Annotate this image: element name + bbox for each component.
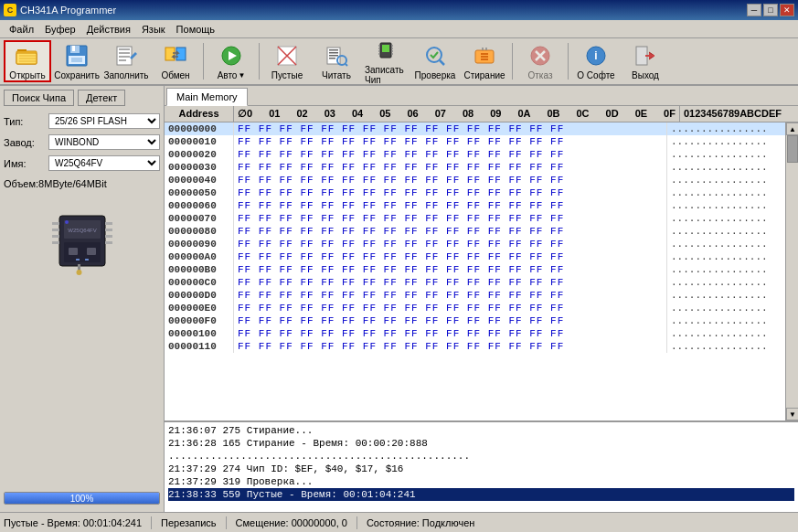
svg-rect-66 — [76, 259, 80, 261]
hex-row[interactable]: 00000080 FF FF FF FF FF FF FF FF FF FF F… — [165, 225, 785, 238]
maximize-button[interactable]: □ — [763, 4, 778, 16]
hex-row-ascii: ................ — [666, 161, 785, 174]
svg-point-69 — [76, 270, 81, 275]
hex-row[interactable]: 00000030 FF FF FF FF FF FF FF FF FF FF F… — [165, 161, 785, 174]
hex-row-ascii: ................ — [666, 302, 785, 314]
tab-bar: Main Memory — [165, 86, 798, 106]
toolbar-exit[interactable]: Выход — [622, 40, 669, 82]
toolbar-erase[interactable]: Стирание — [461, 40, 508, 82]
svg-rect-10 — [71, 58, 82, 62]
scroll-thumb[interactable] — [787, 135, 798, 163]
toolbar-exit-label: Выход — [632, 70, 659, 80]
hex-row[interactable]: 00000090 FF FF FF FF FF FF FF FF FF FF F… — [165, 238, 785, 250]
hex-row-bytes: FF FF FF FF FF FF FF FF FF FF FF FF FF F… — [234, 238, 666, 250]
hex-row-bytes: FF FF FF FF FF FF FF FF FF FF FF FF FF F… — [234, 212, 666, 225]
hex-row-addr: 00000040 — [165, 174, 234, 186]
open-icon — [15, 43, 40, 69]
log-line[interactable]: 21:37:29 319 Проверка... — [168, 475, 794, 488]
hex-row-addr: 00000010 — [165, 135, 234, 148]
detect-button[interactable]: Детект — [78, 90, 125, 106]
name-select[interactable]: W25Q64FV — [48, 155, 160, 171]
toolbar-fill[interactable]: Заполнить — [102, 40, 150, 82]
log-line[interactable]: ........................................… — [168, 450, 794, 463]
factory-select[interactable]: WINBOND — [48, 134, 160, 150]
toolbar-read-label: Читать — [322, 70, 351, 80]
hex-row-bytes: FF FF FF FF FF FF FF FF FF FF FF FF FF F… — [234, 327, 666, 340]
hex-col-9: 09 — [490, 108, 501, 120]
tab-main-memory[interactable]: Main Memory — [166, 88, 248, 106]
hex-row[interactable]: 00000000 FF FF FF FF FF FF FF FF FF FF F… — [165, 122, 785, 135]
toolbar-empty[interactable]: Пустые — [263, 40, 311, 82]
hex-scrollbar[interactable]: ▲ ▼ — [785, 122, 798, 420]
hex-row[interactable]: 00000110 FF FF FF FF FF FF FF FF FF FF F… — [165, 340, 785, 353]
toolbar-exchange[interactable]: Обмен — [152, 40, 199, 82]
scroll-track — [786, 135, 798, 408]
toolbar-about[interactable]: i О Софте — [572, 40, 620, 82]
menu-language[interactable]: Язык — [136, 22, 171, 37]
hex-row[interactable]: 00000070 FF FF FF FF FF FF FF FF FF FF F… — [165, 212, 785, 225]
svg-rect-17 — [165, 48, 175, 60]
hex-row[interactable]: 00000010 FF FF FF FF FF FF FF FF FF FF F… — [165, 135, 785, 148]
log-line[interactable]: 21:37:29 274 Чип ID: $EF, $40, $17, $16 — [168, 463, 794, 475]
hex-row-addr: 00000090 — [165, 238, 234, 250]
search-chip-button[interactable]: Поиск Чипа — [4, 90, 74, 106]
hex-row-bytes: FF FF FF FF FF FF FF FF FF FF FF FF FF F… — [234, 340, 666, 353]
menu-help[interactable]: Помощь — [171, 22, 221, 37]
hex-row[interactable]: 000000D0 FF FF FF FF FF FF FF FF FF FF F… — [165, 289, 785, 302]
log-line[interactable]: 21:36:07 275 Стирание... — [168, 424, 794, 437]
toolbar-cancel[interactable]: Отказ — [516, 40, 564, 82]
log-area[interactable]: 21:36:07 275 Стирание...21:36:28 165 Сти… — [165, 420, 798, 512]
hex-col-b: 0B — [547, 108, 559, 120]
toolbar-read[interactable]: Читать — [313, 40, 360, 82]
scroll-up-button[interactable]: ▲ — [786, 122, 798, 135]
hex-row[interactable]: 00000060 FF FF FF FF FF FF FF FF FF FF F… — [165, 199, 785, 212]
title-buttons: ─ □ ✕ — [747, 4, 794, 16]
auto-icon — [218, 43, 244, 69]
app-icon: C — [4, 4, 16, 16]
toolbar-open[interactable]: Открыть — [4, 40, 51, 82]
toolbar-auto[interactable]: Авто ▼ — [207, 40, 255, 82]
svg-rect-58 — [52, 241, 59, 244]
hex-with-scroll: 00000000 FF FF FF FF FF FF FF FF FF FF F… — [165, 122, 798, 420]
menu-buffer[interactable]: Буфер — [39, 22, 81, 37]
hex-col-0: ∅0 — [238, 108, 252, 120]
toolbar-about-label: О Софте — [577, 70, 614, 80]
hex-row-ascii: ................ — [666, 289, 785, 302]
svg-rect-12 — [119, 48, 130, 50]
hex-row[interactable]: 00000050 FF FF FF FF FF FF FF FF FF FF F… — [165, 186, 785, 199]
hex-row-ascii: ................ — [666, 340, 785, 353]
svg-line-28 — [346, 64, 347, 66]
save-icon — [64, 43, 90, 69]
hex-bytes-header: ∅0 01 02 03 04 05 06 07 08 09 0A 0B 0C 0… — [234, 106, 679, 122]
log-line[interactable]: 21:38:33 559 Пустые - Время: 00:01:04:24… — [168, 488, 794, 501]
hex-row-addr: 00000110 — [165, 340, 234, 353]
hex-body[interactable]: 00000000 FF FF FF FF FF FF FF FF FF FF F… — [165, 122, 785, 420]
minimize-button[interactable]: ─ — [747, 4, 761, 16]
hex-row[interactable]: 000000C0 FF FF FF FF FF FF FF FF FF FF F… — [165, 276, 785, 289]
hex-row[interactable]: 00000040 FF FF FF FF FF FF FF FF FF FF F… — [165, 174, 785, 186]
type-select[interactable]: 25/26 SPI FLASH — [48, 113, 160, 129]
hex-row[interactable]: 000000B0 FF FF FF FF FF FF FF FF FF FF F… — [165, 263, 785, 276]
hex-row[interactable]: 00000100 FF FF FF FF FF FF FF FF FF FF F… — [165, 327, 785, 340]
hex-row[interactable]: 00000020 FF FF FF FF FF FF FF FF FF FF F… — [165, 148, 785, 161]
scroll-down-button[interactable]: ▼ — [786, 408, 798, 420]
window-title: CH341A Programmer — [20, 5, 116, 16]
hex-row[interactable]: 000000F0 FF FF FF FF FF FF FF FF FF FF F… — [165, 314, 785, 327]
toolbar-cancel-label: Отказ — [528, 70, 553, 80]
hex-col-3: 03 — [325, 108, 335, 120]
hex-row-addr: 00000020 — [165, 148, 234, 161]
menu-actions[interactable]: Действия — [81, 22, 136, 37]
menu-file[interactable]: Файл — [4, 22, 39, 37]
hex-row-ascii: ................ — [666, 327, 785, 340]
log-line[interactable]: 21:36:28 165 Стирание - Время: 00:00:20:… — [168, 437, 794, 450]
hex-row[interactable]: 000000A0 FF FF FF FF FF FF FF FF FF FF F… — [165, 250, 785, 263]
close-button[interactable]: ✕ — [780, 4, 794, 16]
hex-row[interactable]: 000000E0 FF FF FF FF FF FF FF FF FF FF F… — [165, 302, 785, 314]
svg-rect-57 — [52, 235, 59, 238]
toolbar-write-chip[interactable]: Записать Чип — [362, 40, 410, 82]
toolbar-verify[interactable]: Проверка — [411, 40, 459, 82]
toolbar-save[interactable]: Сохранить — [53, 40, 101, 82]
toolbar-separator-1 — [203, 43, 204, 80]
toolbar-fill-label: Заполнить — [103, 70, 148, 80]
toolbar-exchange-label: Обмен — [161, 70, 189, 80]
